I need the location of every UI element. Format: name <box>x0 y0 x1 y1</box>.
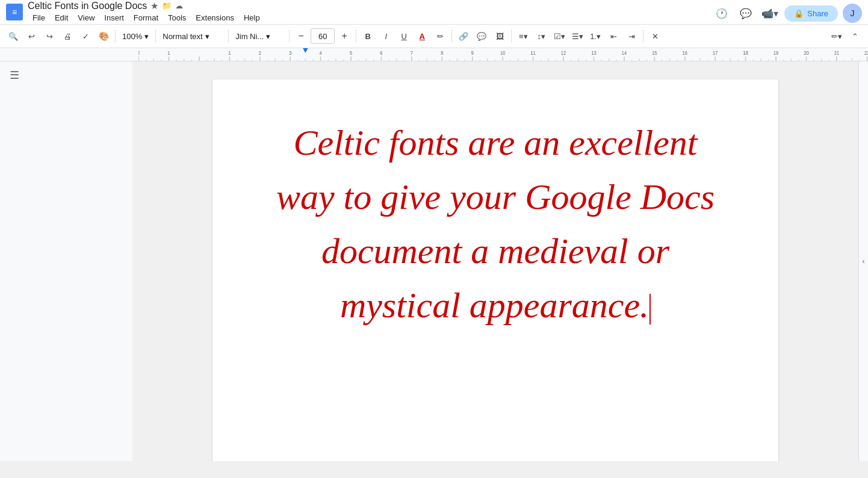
cloud-save-icon: ☁ <box>175 1 183 10</box>
menu-file[interactable]: File <box>28 11 50 24</box>
decrease-indent-button[interactable]: ⇤ <box>605 28 622 45</box>
font-name-label: Jim Ni... <box>235 32 264 41</box>
menu-insert[interactable]: Insert <box>99 11 129 24</box>
highlight-button[interactable]: ✏ <box>432 28 448 45</box>
zoom-chevron: ▾ <box>144 32 149 41</box>
right-panel-collapse[interactable]: ‹ <box>858 61 868 461</box>
numbered-list-button[interactable]: 1.▾ <box>587 28 604 45</box>
search-button[interactable]: 🔍 <box>5 28 22 45</box>
style-chevron: ▾ <box>205 32 209 41</box>
divider-2 <box>155 29 156 43</box>
lock-icon: 🔒 <box>794 9 804 18</box>
document-page: Celtic fonts are an excellent way to giv… <box>212 79 778 461</box>
redo-button[interactable]: ↪ <box>41 28 58 45</box>
divider-5 <box>356 29 356 43</box>
style-label: Normal text <box>163 32 202 41</box>
document-area[interactable]: Celtic fonts are an excellent way to giv… <box>132 61 858 461</box>
document-title: Celtic Fonts in Google Docs <box>28 1 147 11</box>
increase-indent-button[interactable]: ⇥ <box>623 28 640 45</box>
print-button[interactable]: 🖨 <box>59 28 76 45</box>
font-chevron: ▾ <box>266 32 270 41</box>
share-button[interactable]: 🔒 Share <box>784 5 838 22</box>
divider-4 <box>289 29 290 43</box>
collapse-toolbar-button[interactable]: ⌃ <box>846 28 863 45</box>
zoom-value: 100% <box>122 32 142 41</box>
editing-mode-button[interactable]: ✏▾ <box>828 28 845 45</box>
underline-button[interactable]: U <box>395 28 412 45</box>
text-cursor <box>649 294 651 324</box>
italic-button[interactable]: I <box>377 28 394 45</box>
bold-button[interactable]: B <box>359 28 376 45</box>
menu-extensions[interactable]: Extensions <box>191 11 239 24</box>
folder-icon[interactable]: 📁 <box>162 1 172 10</box>
comments-button[interactable]: 💬 <box>736 4 755 23</box>
divider-7 <box>511 29 512 43</box>
bullet-list-button[interactable]: ☰▾ <box>569 28 586 45</box>
menu-tools[interactable]: Tools <box>163 11 191 24</box>
font-size-decrease-button[interactable]: − <box>293 28 309 45</box>
font-size-increase-button[interactable]: + <box>336 28 353 45</box>
history-button[interactable]: 🕐 <box>712 4 731 23</box>
zoom-dropdown[interactable]: 100% ▾ <box>119 28 152 45</box>
star-icon[interactable]: ★ <box>150 1 158 11</box>
style-dropdown[interactable]: Normal text ▾ <box>159 28 225 45</box>
menu-edit[interactable]: Edit <box>50 11 73 24</box>
ruler-canvas <box>138 48 868 61</box>
content-line3: document a medieval or <box>321 231 669 271</box>
avatar[interactable] <box>843 4 862 23</box>
ruler <box>0 48 868 61</box>
align-button[interactable]: ≡▾ <box>515 28 532 45</box>
font-color-button[interactable]: A <box>414 28 430 45</box>
menu-format[interactable]: Format <box>129 11 163 24</box>
checklist-button[interactable]: ☑▾ <box>551 28 568 45</box>
line-spacing-button[interactable]: ↕▾ <box>533 28 550 45</box>
content-line2: way to give your Google Docs <box>276 177 715 217</box>
undo-button[interactable]: ↩ <box>23 28 40 45</box>
share-label: Share <box>807 9 828 18</box>
divider-8 <box>643 29 643 43</box>
menu-help[interactable]: Help <box>239 11 265 24</box>
top-right-actions: 🕐 💬 📹▾ 🔒 Share <box>712 4 862 23</box>
content-line1: Celtic fonts are an excellent <box>294 123 698 163</box>
divider-6 <box>451 29 452 43</box>
docs-icon <box>6 4 23 20</box>
meet-button[interactable]: 📹▾ <box>760 4 780 23</box>
font-dropdown[interactable]: Jim Ni... ▾ <box>232 28 286 45</box>
left-sidebar: ☰ <box>0 61 132 461</box>
insert-comment-button[interactable]: 💬 <box>473 28 490 45</box>
document-content[interactable]: Celtic fonts are an excellent way to giv… <box>261 116 730 332</box>
insert-link-button[interactable]: 🔗 <box>455 28 472 45</box>
insert-image-button[interactable]: 🖼 <box>491 28 508 45</box>
collapse-icon: ‹ <box>863 257 865 265</box>
toolbar: 🔍 ↩ ↪ 🖨 ✓ 🎨 100% ▾ Normal text ▾ Jim Ni.… <box>0 24 868 48</box>
font-size-input[interactable]: 60 <box>311 28 335 44</box>
content-line4: mystical appearance. <box>340 285 649 325</box>
outline-toggle-button[interactable]: ☰ <box>10 69 19 82</box>
divider-3 <box>228 29 229 43</box>
divider-1 <box>115 29 116 43</box>
paint-format-button[interactable]: 🎨 <box>95 28 112 45</box>
spellcheck-button[interactable]: ✓ <box>77 28 94 45</box>
menu-view[interactable]: View <box>73 11 99 24</box>
clear-formatting-button[interactable]: ✕ <box>646 28 663 45</box>
main-layout: ☰ Celtic fonts are an excellent way to g… <box>0 61 868 461</box>
